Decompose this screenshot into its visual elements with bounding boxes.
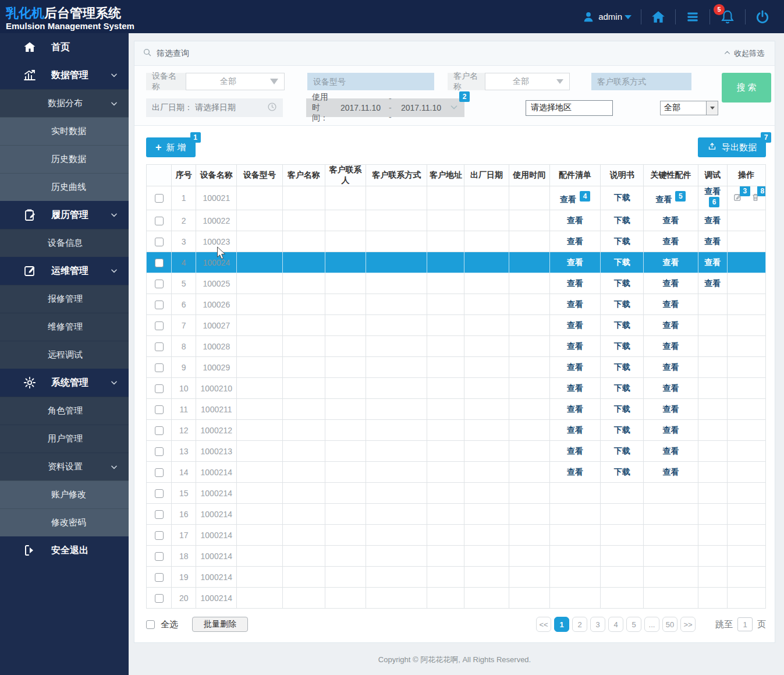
view-key-parts-link[interactable]: 查看 bbox=[662, 446, 679, 455]
view-key-parts-link[interactable]: 查看 bbox=[662, 215, 679, 225]
view-parts-link[interactable]: 查看 bbox=[567, 278, 583, 288]
download-manual-link[interactable]: 下载 bbox=[614, 320, 630, 330]
page-button-5[interactable]: 5 bbox=[626, 617, 641, 632]
notification-bell-icon[interactable]: 5 bbox=[719, 9, 736, 25]
batch-delete-button[interactable]: 批量删除 bbox=[192, 617, 248, 632]
sidebar-item-user-management[interactable]: 用户管理 bbox=[0, 425, 129, 453]
view-parts-link[interactable]: 查看 bbox=[567, 299, 583, 309]
delete-icon[interactable]: 8 bbox=[751, 192, 760, 202]
view-key-parts-link[interactable]: 查看 bbox=[662, 404, 679, 414]
view-key-parts-link[interactable]: 查看 bbox=[662, 257, 679, 267]
collapse-filter-button[interactable]: 收起筛选 bbox=[723, 48, 764, 59]
sidebar-item-role-management[interactable]: 角色管理 bbox=[0, 397, 129, 425]
row-checkbox[interactable] bbox=[155, 426, 164, 435]
download-manual-link[interactable]: 下载 bbox=[614, 362, 630, 372]
download-manual-link[interactable]: 下载 bbox=[614, 193, 630, 202]
view-parts-link[interactable]: 查看 bbox=[567, 446, 583, 455]
region-input[interactable] bbox=[526, 100, 613, 116]
sidebar-item-remote-debug[interactable]: 远程调试 bbox=[0, 341, 129, 369]
edit-icon[interactable]: 3 bbox=[733, 192, 743, 202]
row-checkbox[interactable] bbox=[155, 447, 164, 456]
sidebar-item-record-management[interactable]: 履历管理 bbox=[0, 201, 129, 229]
download-manual-link[interactable]: 下载 bbox=[614, 404, 630, 414]
view-parts-link[interactable]: 查看 bbox=[567, 425, 583, 434]
page-button-1[interactable]: 1 bbox=[554, 617, 569, 632]
search-button[interactable]: 搜 索 bbox=[722, 73, 771, 103]
download-manual-link[interactable]: 下载 bbox=[614, 236, 630, 246]
download-manual-link[interactable]: 下载 bbox=[614, 278, 630, 288]
view-key-parts-link[interactable]: 查看 bbox=[662, 383, 679, 393]
sidebar-item-repair-report[interactable]: 报修管理 bbox=[0, 285, 129, 313]
page-button-4[interactable]: 4 bbox=[608, 617, 623, 632]
device-model-input[interactable] bbox=[307, 73, 434, 90]
factory-date-picker[interactable]: 出厂日期： 请选择日期 bbox=[146, 98, 283, 117]
sidebar-item-maintenance[interactable]: 维修管理 bbox=[0, 313, 129, 341]
prev-page-button[interactable]: << bbox=[536, 617, 551, 632]
customer-name-select[interactable]: 全部 bbox=[485, 73, 570, 90]
view-key-parts-link[interactable]: 查看 bbox=[662, 299, 679, 309]
download-manual-link[interactable]: 下载 bbox=[614, 425, 630, 434]
sidebar-item-history-data[interactable]: 历史数据 bbox=[0, 145, 129, 173]
row-checkbox[interactable] bbox=[155, 280, 164, 288]
row-checkbox[interactable] bbox=[155, 384, 164, 393]
view-debug-link[interactable]: 查看 bbox=[704, 186, 721, 196]
page-button-3[interactable]: 3 bbox=[590, 617, 605, 632]
view-key-parts-link[interactable]: 查看 bbox=[662, 362, 679, 372]
page-ellipsis[interactable]: ... bbox=[644, 617, 659, 632]
sidebar-item-data-distribution[interactable]: 数据分布 bbox=[0, 89, 129, 117]
view-parts-link[interactable]: 查看 bbox=[567, 362, 583, 372]
sidebar-item-home[interactable]: 首页 bbox=[0, 33, 129, 61]
page-button-2[interactable]: 2 bbox=[572, 617, 587, 632]
home-icon[interactable] bbox=[651, 9, 666, 24]
power-icon[interactable] bbox=[755, 9, 770, 24]
sidebar-item-data-management[interactable]: 数据管理 bbox=[0, 61, 129, 89]
view-key-parts-link[interactable]: 查看 bbox=[662, 236, 679, 246]
menu-icon[interactable] bbox=[685, 9, 700, 24]
download-manual-link[interactable]: 下载 bbox=[614, 215, 630, 225]
user-menu[interactable]: admin bbox=[582, 10, 632, 23]
sidebar-item-device-info[interactable]: 设备信息 bbox=[0, 229, 129, 257]
row-checkbox[interactable] bbox=[155, 573, 164, 582]
row-checkbox[interactable] bbox=[155, 259, 164, 267]
view-parts-link[interactable]: 查看 bbox=[567, 341, 583, 351]
download-manual-link[interactable]: 下载 bbox=[614, 467, 630, 476]
sidebar-item-ops-management[interactable]: 运维管理 bbox=[0, 257, 129, 285]
region-select[interactable]: 全部 bbox=[660, 101, 718, 115]
row-checkbox[interactable] bbox=[155, 531, 164, 540]
select-all-checkbox[interactable] bbox=[146, 620, 155, 629]
add-button[interactable]: + 新 增 1 bbox=[146, 137, 196, 157]
sidebar-item-realtime-data[interactable]: 实时数据 bbox=[0, 117, 129, 145]
view-parts-link[interactable]: 查看 bbox=[567, 257, 583, 267]
download-manual-link[interactable]: 下载 bbox=[614, 299, 630, 309]
row-checkbox[interactable] bbox=[155, 552, 164, 561]
sidebar-item-account-edit[interactable]: 账户修改 bbox=[0, 480, 129, 508]
sidebar-item-profile-settings[interactable]: 资料设置 bbox=[0, 453, 129, 480]
next-page-button[interactable]: >> bbox=[680, 617, 696, 632]
sidebar-item-change-password[interactable]: 修改密码 bbox=[0, 508, 129, 536]
view-parts-link[interactable]: 查看 bbox=[567, 215, 583, 225]
row-checkbox[interactable] bbox=[155, 217, 164, 225]
view-key-parts-link[interactable]: 查看 bbox=[662, 425, 679, 434]
view-key-parts-link[interactable]: 查看 bbox=[662, 278, 679, 288]
download-manual-link[interactable]: 下载 bbox=[614, 257, 630, 267]
view-parts-link[interactable]: 查看 bbox=[567, 320, 583, 330]
view-debug-link[interactable]: 查看 bbox=[704, 215, 721, 225]
row-checkbox[interactable] bbox=[155, 405, 164, 414]
sidebar-item-system-management[interactable]: 系统管理 bbox=[0, 369, 129, 397]
customer-contact-input[interactable] bbox=[591, 73, 691, 90]
sidebar-item-logout[interactable]: 安全退出 bbox=[0, 536, 129, 564]
download-manual-link[interactable]: 下载 bbox=[614, 341, 630, 351]
export-button[interactable]: 导出数据 7 bbox=[698, 137, 766, 157]
view-key-parts-link[interactable]: 查看 bbox=[662, 467, 679, 476]
view-debug-link[interactable]: 查看 bbox=[704, 278, 721, 288]
row-checkbox[interactable] bbox=[155, 468, 164, 477]
view-key-parts-link[interactable]: 查看 bbox=[662, 320, 679, 330]
download-manual-link[interactable]: 下载 bbox=[614, 446, 630, 455]
page-button-50[interactable]: 50 bbox=[662, 617, 677, 632]
row-checkbox[interactable] bbox=[155, 238, 164, 246]
row-checkbox[interactable] bbox=[155, 489, 164, 498]
view-parts-link[interactable]: 查看 bbox=[567, 236, 583, 246]
view-key-parts-link[interactable]: 查看 bbox=[662, 341, 679, 351]
row-checkbox[interactable] bbox=[155, 510, 164, 519]
row-checkbox[interactable] bbox=[155, 194, 164, 203]
